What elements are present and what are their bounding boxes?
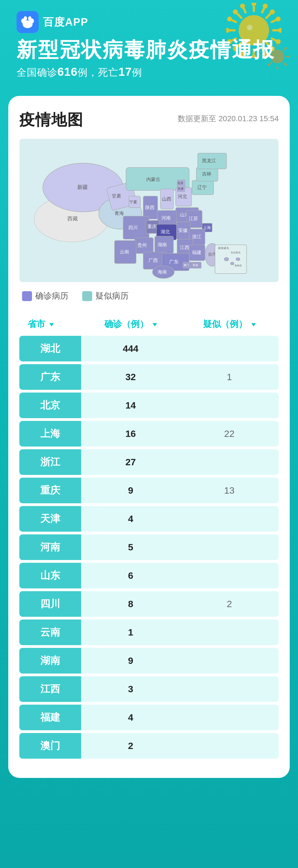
china-map-container: 西藏 新疆 青海 甘肃 内蒙古 宁夏 陕西 山西 河 [19,139,279,282]
cell-confirmed: 3 [81,676,180,702]
table-row: 四川82 [19,591,279,617]
svg-text:黑龙江: 黑龙江 [202,158,216,164]
table-row: 北京14 [19,393,279,418]
cell-confirmed: 9 [81,648,180,674]
svg-text:澳门: 澳门 [184,264,189,267]
cell-suspected [180,506,279,532]
cell-suspected: 2 [180,591,279,617]
table-row: 广东321 [19,364,279,390]
legend-color-suspected [82,291,92,301]
cell-suspected [180,648,279,674]
cell-suspected [180,534,279,560]
cell-province: 天津 [19,506,81,532]
svg-text:云南: 云南 [120,249,129,254]
cell-province: 福建 [19,705,81,730]
svg-text:福建: 福建 [192,250,201,255]
cell-province: 云南 [19,620,81,645]
cell-province: 湖北 [19,336,81,362]
card-header: 疫情地图 数据更新至 2020.01.23 15:54 [19,110,279,131]
legend-label-suspected: 疑似病历 [96,290,129,302]
update-time: 数据更新至 2020.01.23 15:54 [178,110,279,124]
table-row: 天津4 [19,506,279,532]
cell-confirmed: 5 [81,534,180,560]
col-header-suspected[interactable]: 疑似（例） [180,315,279,333]
svg-point-55 [28,16,31,21]
legend-color-confirmed [22,291,32,301]
cell-suspected [180,676,279,702]
subtitle-middle: 例，死亡 [78,67,118,78]
page-header: 百度APP 新型冠状病毒肺炎疫情通报 全国确诊616例，死亡17例 [0,0,298,85]
svg-text:安徽: 安徽 [178,228,188,233]
col-header-confirmed[interactable]: 确诊（例） [81,315,180,333]
svg-point-129 [236,258,240,260]
cell-suspected [180,336,279,362]
cell-province: 上海 [19,421,81,446]
logo-area: 百度APP [17,11,281,33]
cell-confirmed: 2 [81,733,180,758]
svg-text:青海: 青海 [114,211,124,216]
cell-confirmed: 27 [81,449,180,475]
svg-text:湖北: 湖北 [161,229,170,235]
table-header-row: 省市 确诊（例） 疑似（例） [19,315,279,333]
svg-text:东沙群岛: 东沙群岛 [231,251,241,254]
main-card: 疫情地图 数据更新至 2020.01.23 15:54 西藏 新疆 青海 甘肃 [8,96,290,778]
cell-confirmed: 32 [81,364,180,390]
svg-text:广东: 广东 [169,259,179,265]
legend-label-confirmed: 确诊病历 [35,290,69,302]
cell-suspected [180,393,279,418]
cell-suspected [180,620,279,645]
cell-province: 浙江 [19,449,81,475]
svg-text:江苏: 江苏 [189,216,198,221]
cell-suspected [180,705,279,730]
map-legend: 确诊病历 疑似病历 [19,290,279,302]
subtitle-suffix: 例 [132,67,142,78]
subtitle: 全国确诊616例，死亡17例 [17,65,281,79]
cell-province: 重庆 [19,478,81,503]
svg-text:天津: 天津 [178,187,184,191]
cell-province: 四川 [19,591,81,617]
legend-confirmed: 确诊病历 [22,290,69,302]
table-row: 江西3 [19,676,279,702]
svg-point-127 [224,257,229,261]
cell-province: 广东 [19,364,81,390]
table-row: 浙江27 [19,449,279,475]
cell-province: 河南 [19,534,81,560]
table-row: 河南5 [19,534,279,560]
cell-province: 北京 [19,393,81,418]
cell-confirmed: 6 [81,563,180,588]
svg-text:北京: 北京 [178,182,184,185]
cell-confirmed: 4 [81,506,180,532]
cell-suspected: 22 [180,421,279,446]
svg-text:贵州: 贵州 [137,243,147,248]
svg-text:内蒙古: 内蒙古 [146,177,160,182]
svg-text:四川: 四川 [128,225,138,230]
col-header-province[interactable]: 省市 [19,315,81,333]
table-row: 福建4 [19,705,279,730]
svg-point-54 [24,16,27,21]
svg-text:河北: 河北 [178,194,187,199]
cell-suspected [180,563,279,588]
cell-suspected [180,449,279,475]
svg-text:江西: 江西 [180,245,189,250]
svg-point-128 [231,262,234,265]
cell-province: 湖南 [19,648,81,674]
cell-suspected: 1 [180,364,279,390]
svg-text:香港: 香港 [193,264,198,267]
svg-text:鱼钩岛: 鱼钩岛 [235,264,242,267]
table-row: 湖南9 [19,648,279,674]
svg-text:重庆: 重庆 [147,224,157,229]
svg-text:陕西: 陕西 [145,205,155,210]
cell-province: 江西 [19,676,81,702]
svg-text:湖南: 湖南 [158,242,167,247]
svg-text:海南: 海南 [158,270,167,275]
cell-confirmed: 1 [81,620,180,645]
svg-text:吉林: 吉林 [202,172,211,177]
svg-text:辽宁: 辽宁 [197,185,207,190]
table-row: 澳门2 [19,733,279,758]
table-row: 湖北444 [19,336,279,362]
table-row: 山东6 [19,563,279,588]
cell-confirmed: 9 [81,478,180,503]
svg-text:西藏: 西藏 [67,216,78,222]
logo-text: 百度APP [43,15,88,29]
svg-text:新疆: 新疆 [77,184,88,190]
